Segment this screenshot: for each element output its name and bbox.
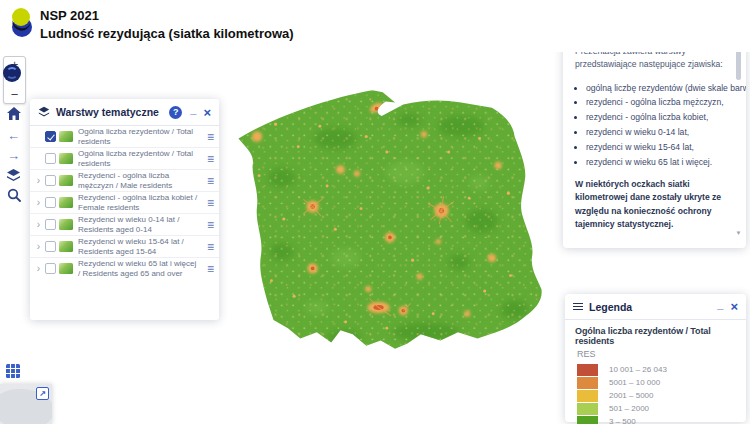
overview-minimap[interactable]: ↗ [0,384,52,424]
layer-thumbnail [59,131,73,142]
close-icon[interactable]: × [730,300,738,313]
layer-checkbox[interactable] [45,175,56,186]
layer-thumbnail [59,241,73,252]
layer-label: Rezydenci w wieku 65 lat i więcej / Resi… [78,259,200,278]
expand-minimap-icon[interactable]: ↗ [36,387,49,400]
layer-label: Rezydenci - ogólna liczba kobiet / Femal… [78,193,200,212]
expand-chevron-icon[interactable]: › [34,263,43,274]
legend-class-row: 3 – 500 [577,416,736,424]
legend-field-name: RES [577,349,736,359]
expand-chevron-icon[interactable]: › [34,175,43,186]
layer-checkbox[interactable] [45,263,56,274]
help-button[interactable]: ? [169,106,182,119]
legend-class-label: 10 001 – 26 043 [609,365,667,374]
legend-list-icon [573,303,583,311]
layers-panel-header: Warstwy tematyczne ? _ × [30,99,219,126]
close-icon[interactable]: × [203,106,211,119]
next-extent-button[interactable]: → [4,146,23,165]
layer-menu-icon[interactable]: ≡ [200,130,214,144]
layers-tool-button[interactable] [4,166,23,185]
info-panel-content: Prezentacja zawiera warstwy przedstawiaj… [563,37,746,241]
scroll-down-arrow[interactable]: ▼ [734,229,743,238]
layer-checkbox[interactable] [45,197,56,208]
attribute-table-button[interactable] [5,363,25,383]
layer-thumbnail [59,197,73,208]
search-button[interactable] [4,185,23,204]
map-canvas[interactable] [222,74,562,369]
layer-row[interactable]: Ogólna liczba rezydentów / Total residen… [30,148,219,170]
legend-panel-header: Legenda _ × [565,294,746,320]
list-item: ogólną liczbę rezydentów (dwie skale bar… [586,82,726,95]
page-title: NSP 2021 [40,8,99,23]
info-scrollbar[interactable]: ▲ ▼ [734,40,743,238]
minimize-button[interactable]: _ [190,103,196,115]
legend-panel-title: Legenda [589,301,632,313]
poland-population-map [222,74,562,369]
expand-chevron-icon[interactable]: › [34,197,43,208]
layer-menu-icon[interactable]: ≡ [200,218,214,232]
layer-menu-icon[interactable]: ≡ [200,152,214,166]
layer-thumbnail [59,263,73,274]
layers-icon [6,168,21,183]
legend-class-label: 2001 – 5000 [609,391,654,400]
list-item: rezydenci - ogólna liczba kobiet, [586,111,726,124]
legend-swatch [577,364,598,376]
layer-menu-icon[interactable]: ≡ [200,262,214,276]
layer-label: Rezydenci - ogólna liczba mężczyzn / Mal… [78,171,200,190]
expand-chevron-icon[interactable]: › [34,219,43,230]
legend-class-row: 2001 – 5000 [577,390,736,402]
legend-class-label: 501 – 2000 [609,404,649,413]
layer-thumbnail [59,175,73,186]
legend-swatch [577,416,598,424]
layer-checkbox[interactable] [45,153,56,164]
layer-checkbox[interactable] [45,219,56,230]
previous-extent-button[interactable]: ← [4,126,23,145]
layer-label: Ogólna liczba rezydentów / Total residen… [78,127,200,146]
forward-arrow-icon: → [7,148,20,163]
home-icon [7,107,21,120]
info-footer: Zjawiska przedstawione są w siatce kilom… [575,240,726,241]
legend-class-row: 10 001 – 26 043 [577,364,736,376]
legend-class-row: 5001 – 10 000 [577,377,736,389]
layer-row[interactable]: › Rezydenci w wieku 65 lat i więcej / Re… [30,258,219,279]
layer-row[interactable]: › Rezydenci w wieku 15-64 lat / Resident… [30,236,219,258]
home-button[interactable] [4,104,23,123]
layer-label: Rezydenci w wieku 0-14 lat / Residents a… [78,215,200,234]
layer-checkbox[interactable] [45,131,56,142]
layer-row[interactable]: › Rezydenci w wieku 0-14 lat / Residents… [30,214,219,236]
page-subtitle: Ludność rezydująca (siatka kilometrowa) [40,26,294,41]
layer-checkbox[interactable] [45,241,56,252]
layer-label: Ogólna liczba rezydentów / Total residen… [78,149,200,168]
legend-panel: Legenda _ × Ogólna liczba rezydentów / T… [565,294,746,422]
layers-panel-title: Warstwy tematyczne [56,106,159,118]
list-item: rezydenci w wieku 65 lat i więcej. [586,156,726,169]
statistical-secrecy-note: W niektórych oczkach siatki kilometrowej… [575,178,726,231]
legend-layer-title: Ogólna liczba rezydentów / Total residen… [575,326,736,346]
layer-menu-icon[interactable]: ≡ [200,240,214,254]
phenomena-list: ogólną liczbę rezydentów (dwie skale bar… [575,82,726,169]
expand-chevron-icon[interactable]: › [34,241,43,252]
minimize-button[interactable]: _ [717,298,723,310]
grid-table-icon [5,363,21,379]
layer-row[interactable]: › Rezydenci - ogólna liczba kobiet / Fem… [30,192,219,214]
list-item: rezydenci w wieku 15-64 lat, [586,141,726,154]
layer-menu-icon[interactable]: ≡ [200,196,214,210]
nsp-2021-logo [8,5,36,41]
legend-swatch [577,390,598,402]
layer-label: Rezydenci w wieku 15-64 lat / Residents … [78,237,200,256]
layer-thumbnail [59,219,73,230]
list-item: rezydenci w wieku 0-14 lat, [586,126,726,139]
layer-menu-icon[interactable]: ≡ [200,174,214,188]
zoom-out-button[interactable]: − [4,87,25,103]
layer-row[interactable]: › Rezydenci - ogólna liczba mężczyzn / M… [30,170,219,192]
legend-class-label: 3 – 500 [609,417,636,424]
layers-icon [38,106,50,118]
layer-row[interactable]: Ogólna liczba rezydentów / Total residen… [30,126,219,148]
legend-content: Ogólna liczba rezydentów / Total residen… [565,320,746,424]
back-arrow-icon: ← [7,128,20,143]
search-icon [7,188,21,202]
layer-thumbnail [59,153,73,164]
app-header: NSP 2021 Ludność rezydująca (siatka kilo… [0,0,750,52]
legend-class-label: 5001 – 10 000 [609,378,660,387]
scrollbar-thumb[interactable] [736,50,741,80]
